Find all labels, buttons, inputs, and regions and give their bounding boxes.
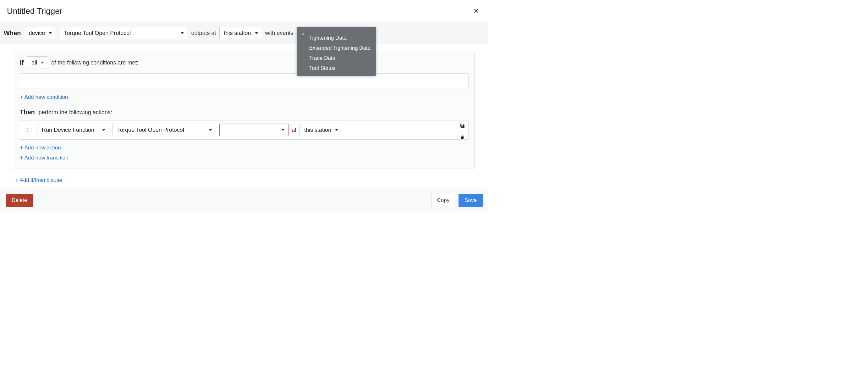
protocol-dropdown[interactable]: Torque Tool Open Protocol [59,27,188,39]
action-subfunction-dropdown[interactable] [219,124,288,136]
save-button[interactable]: Save [459,194,483,207]
plus-icon: + [20,94,23,100]
add-transition-label: Add new transition [25,155,68,161]
duplicate-icon[interactable] [460,123,465,130]
plus-icon: + [20,145,23,151]
action-station-value: this station [304,127,331,134]
events-label: with events [265,30,293,36]
add-clause-button[interactable]: + Add if/then clause [15,177,62,183]
add-action-button[interactable]: + Add new action [20,145,61,151]
add-clause-label: Add if/then clause [20,177,62,183]
add-condition-button[interactable]: + Add new condition [20,94,68,100]
action-station-dropdown[interactable]: this station [300,124,342,136]
events-option-toolstatus[interactable]: Tool Status [297,63,376,73]
events-option-empty[interactable] [297,29,376,33]
chevron-down-icon [335,129,338,131]
events-option-tightening[interactable]: Tightening Data [297,33,376,43]
when-label: When [4,30,21,37]
chevron-down-icon [255,32,258,34]
add-transition-button[interactable]: + Add new transition [20,155,68,161]
conditions-container [20,73,469,88]
action-function-value: Run Device Function [42,127,94,134]
add-condition-label: Add new condition [25,94,68,100]
if-then-clause: If all of the following conditions are m… [14,51,474,169]
chevron-down-icon [102,129,105,131]
trash-icon[interactable] [460,134,465,141]
copy-button[interactable]: Copy [431,194,456,207]
protocol-value: Torque Tool Open Protocol [64,30,131,36]
action-row: ⋮⋮ Run Device Function Torque Tool Open … [20,120,469,140]
at-label: at [292,127,296,134]
station-value: this station [224,30,251,36]
outputs-label: outputs at [191,30,216,36]
chevron-down-icon [49,32,52,34]
source-type-dropdown[interactable]: device [24,27,56,39]
chevron-down-icon [209,129,212,131]
drag-handle-icon[interactable]: ⋮⋮ [24,127,34,132]
plus-icon: + [15,177,19,183]
if-mode-value: all [31,59,37,66]
action-protocol-dropdown[interactable]: Torque Tool Open Protocol [113,124,216,136]
events-option-trace[interactable]: Trace Data [297,53,376,63]
close-icon[interactable]: ✕ [471,6,482,17]
then-suffix: perform the following actions: [39,109,112,116]
chevron-down-icon [41,62,44,63]
if-suffix: of the following conditions are met: [51,59,138,66]
station-dropdown[interactable]: this station [219,27,262,39]
page-title: Untitled Trigger [7,6,62,16]
chevron-down-icon [181,32,184,34]
add-action-label: Add new action [25,145,61,151]
events-dropdown-menu: Tightening Data Extended Tightening Data… [297,27,376,76]
chevron-down-icon [281,129,284,131]
if-label: If [20,59,24,66]
source-type-value: device [29,30,45,36]
plus-icon: + [20,155,23,161]
then-label: Then [20,109,35,116]
if-mode-dropdown[interactable]: all [27,56,48,69]
delete-button[interactable]: Delete [6,194,33,207]
action-function-dropdown[interactable]: Run Device Function [37,124,110,136]
events-option-extended[interactable]: Extended Tightening Data [297,43,376,53]
action-protocol-value: Torque Tool Open Protocol [117,127,184,134]
